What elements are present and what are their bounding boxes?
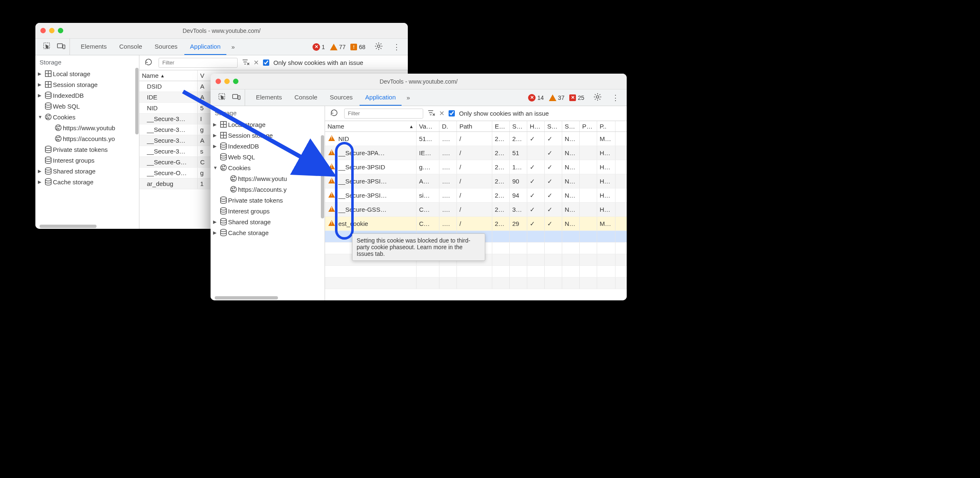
col-name[interactable]: Name▲ xyxy=(325,121,417,131)
sidebar-private-tokens[interactable]: Private state tokens xyxy=(211,195,325,206)
settings-gear-icon[interactable] xyxy=(589,93,606,102)
table-row[interactable]: est_cookieC……./2…29✓✓N…M… xyxy=(325,217,627,231)
zoom-button[interactable] xyxy=(58,28,63,33)
table-row[interactable]: __Secure-3PSI…si……./2…94✓✓N…H… xyxy=(325,188,627,203)
col-name[interactable]: Name▲ xyxy=(139,70,198,81)
minimize-button[interactable] xyxy=(49,28,55,33)
sidebar-cookie-origin[interactable]: https://accounts.y xyxy=(211,184,325,195)
sidebar-cache-storage[interactable]: Cache storage xyxy=(35,176,139,187)
sidebar-indexeddb[interactable]: IndexedDB xyxy=(35,90,139,101)
clear-filter-icon[interactable] xyxy=(242,58,249,67)
cell-priority: M… xyxy=(597,132,615,146)
clear-filter-icon[interactable] xyxy=(427,109,435,118)
cookies-table[interactable]: Name▲ Va… D. Path E… S… H… S… S… P… P.. … xyxy=(325,121,627,300)
clear-all-icon[interactable]: ✕ xyxy=(439,109,444,117)
table-row[interactable]: __Secure-3PA…IE……./2…51✓N…H… xyxy=(325,146,627,160)
warning-icon xyxy=(328,206,335,212)
info-counter[interactable]: ! 68 xyxy=(350,44,365,50)
table-row[interactable]: __Secure-GSS…C……./2…3…✓✓N…H… xyxy=(325,203,627,217)
col-size[interactable]: S… xyxy=(510,121,527,131)
sidebar-cookies[interactable]: Cookies xyxy=(211,162,325,173)
inspect-icon[interactable] xyxy=(218,93,226,102)
traffic-lights[interactable] xyxy=(216,79,238,84)
device-toggle-icon[interactable] xyxy=(232,93,241,102)
tab-console[interactable]: Console xyxy=(114,39,148,55)
cell-name: __Secure-3PSID xyxy=(325,160,417,174)
tab-elements[interactable]: Elements xyxy=(75,39,113,55)
sidebar-local-storage[interactable]: Local storage xyxy=(35,68,139,79)
cell-name: NID xyxy=(139,103,198,113)
sidebar-cookies[interactable]: Cookies xyxy=(35,111,139,122)
cell-domain: …. xyxy=(439,174,457,188)
sidebar-session-storage[interactable]: Session storage xyxy=(35,79,139,90)
titlebar[interactable]: DevTools - www.youtube.com/ xyxy=(211,74,627,89)
col-secure[interactable]: S… xyxy=(545,121,562,131)
close-button[interactable] xyxy=(40,28,46,33)
table-row[interactable]: NID51……./2…2…✓✓N…M… xyxy=(325,132,627,146)
blocked-counter[interactable]: ✕ 25 xyxy=(569,94,584,101)
col-httponly[interactable]: H… xyxy=(527,121,545,131)
traffic-lights[interactable] xyxy=(40,28,63,33)
warning-counter[interactable]: 77 xyxy=(330,44,346,50)
cell-secure: ✓ xyxy=(545,146,562,160)
sidebar-indexeddb[interactable]: IndexedDB xyxy=(211,141,325,151)
tab-sources[interactable]: Sources xyxy=(324,89,359,106)
tab-console[interactable]: Console xyxy=(289,89,323,106)
sidebar-websql[interactable]: Web SQL xyxy=(35,101,139,111)
clear-all-icon[interactable]: ✕ xyxy=(253,59,259,67)
settings-gear-icon[interactable] xyxy=(370,42,387,52)
sidebar-cookie-origin[interactable]: https://www.youtub xyxy=(35,122,139,133)
device-toggle-icon[interactable] xyxy=(57,42,65,52)
tab-elements[interactable]: Elements xyxy=(250,89,288,106)
col-path[interactable]: Path xyxy=(457,121,492,131)
sidebar-cookie-origin[interactable]: https://accounts.yo xyxy=(35,133,139,144)
sidebar-scrollbar[interactable] xyxy=(135,68,139,134)
more-tabs-chevron-icon[interactable]: » xyxy=(227,43,239,50)
col-partition[interactable]: P… xyxy=(580,121,597,131)
col-value[interactable]: Va… xyxy=(417,121,439,131)
cell-value: A… xyxy=(417,174,439,188)
tab-application[interactable]: Application xyxy=(360,89,402,106)
only-issues-checkbox[interactable] xyxy=(263,59,269,66)
col-domain[interactable]: D. xyxy=(439,121,457,131)
titlebar[interactable]: DevTools - www.youtube.com/ xyxy=(35,23,408,39)
sidebar-local-storage[interactable]: Local storage xyxy=(211,119,325,130)
error-counter[interactable]: ✕ 14 xyxy=(528,94,544,102)
table-row[interactable]: __Secure-3PSI…A……./2…90✓✓N…H… xyxy=(325,174,627,188)
tab-sources[interactable]: Sources xyxy=(149,39,184,55)
zoom-button[interactable] xyxy=(233,79,238,84)
sidebar-interest-groups[interactable]: Interest groups xyxy=(211,206,325,216)
cell-expires: 2… xyxy=(492,146,510,160)
sidebar-private-tokens[interactable]: Private state tokens xyxy=(35,144,139,155)
sidebar-interest-groups[interactable]: Interest groups xyxy=(35,155,139,166)
kebab-menu-icon[interactable]: ⋮ xyxy=(608,93,623,102)
sidebar-shared-storage[interactable]: Shared storage xyxy=(35,166,139,176)
minimize-button[interactable] xyxy=(224,79,230,84)
cell-secure: ✓ xyxy=(545,174,562,188)
sidebar-cookie-origin[interactable]: https://www.youtu xyxy=(211,173,325,184)
tab-application[interactable]: Application xyxy=(184,39,226,55)
col-expires[interactable]: E… xyxy=(492,121,510,131)
col-samesite[interactable]: S… xyxy=(562,121,580,131)
sidebar-cache-storage[interactable]: Cache storage xyxy=(211,227,325,238)
more-tabs-chevron-icon[interactable]: » xyxy=(402,94,414,101)
table-header: Name▲ Va… D. Path E… S… H… S… S… P… P.. xyxy=(325,121,627,132)
filter-input[interactable] xyxy=(159,58,238,68)
only-issues-checkbox[interactable] xyxy=(449,110,455,116)
warning-counter[interactable]: 37 xyxy=(549,94,565,101)
sidebar-scrollbar[interactable] xyxy=(321,135,324,218)
sidebar-session-storage[interactable]: Session storage xyxy=(211,130,325,141)
sidebar-websql[interactable]: Web SQL xyxy=(211,151,325,162)
error-counter[interactable]: ✕ 1 xyxy=(313,43,325,51)
sidebar-shared-storage[interactable]: Shared storage xyxy=(211,216,325,227)
table-row[interactable]: __Secure-3PSIDg.……./2…1…✓✓N…H… xyxy=(325,160,627,174)
sidebar-hscroll[interactable] xyxy=(215,296,320,300)
sidebar-hscroll[interactable] xyxy=(40,225,135,228)
inspect-icon[interactable] xyxy=(43,42,51,52)
col-priority[interactable]: P.. xyxy=(597,121,615,131)
filter-input[interactable] xyxy=(344,109,423,119)
close-button[interactable] xyxy=(216,79,221,84)
refresh-icon[interactable] xyxy=(143,58,154,67)
refresh-icon[interactable] xyxy=(328,109,340,118)
kebab-menu-icon[interactable]: ⋮ xyxy=(389,42,404,52)
